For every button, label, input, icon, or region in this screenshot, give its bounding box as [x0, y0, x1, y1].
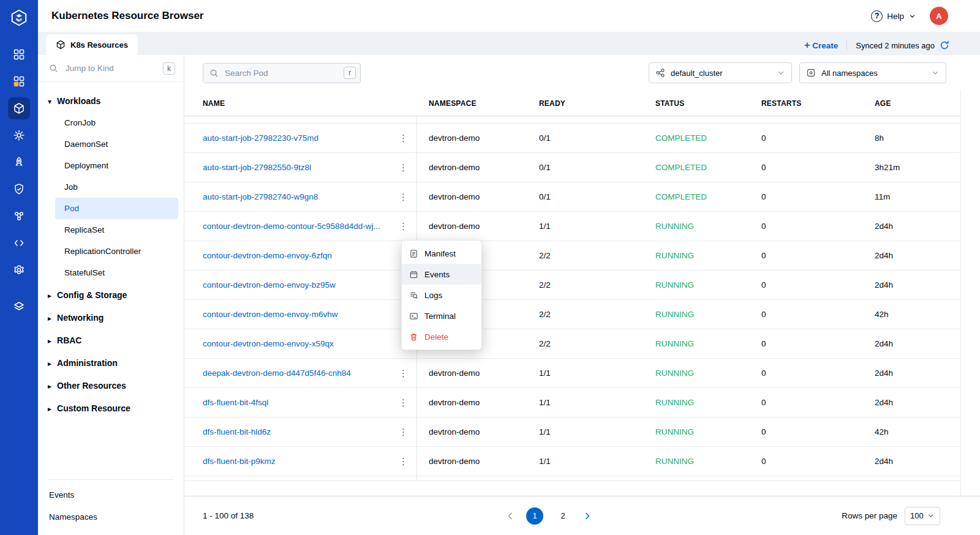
dashboard-grid-icon[interactable] — [8, 43, 30, 65]
left-nav-rail — [0, 0, 38, 535]
group-rbac[interactable]: RBAC — [38, 329, 184, 351]
scope-selectors: default_cluster All namespaces — [649, 62, 946, 83]
pager: 1 2 — [505, 507, 592, 525]
pod-name-link[interactable]: contour-devtron-demo-contour-5c9588d4dd-… — [203, 222, 380, 231]
jump-to-kind-input[interactable] — [64, 63, 157, 73]
kind-item-daemonset[interactable]: DaemonSet — [55, 133, 178, 155]
row-kebab-menu-icon[interactable] — [395, 368, 412, 379]
kind-item-replicaset[interactable]: ReplicaSet — [55, 219, 178, 241]
pod-name-link[interactable]: contour-devtron-demo-envoy-x59qx — [203, 339, 334, 348]
row-kebab-menu-icon[interactable] — [395, 162, 412, 173]
prev-page-chevron-icon[interactable] — [505, 511, 515, 521]
pod-name-link[interactable]: dfs-fluent-bit-p9kmz — [203, 457, 276, 466]
pod-name-link[interactable]: deepak-devtron-demo-d447d5f46-cnh84 — [203, 369, 351, 378]
pod-name-link[interactable]: auto-start-job-27982740-w9gn8 — [203, 192, 318, 201]
cell-age: 42h — [863, 310, 960, 319]
create-button[interactable]: Create — [804, 40, 838, 50]
deploy-rocket-icon[interactable] — [8, 151, 30, 173]
app-group-icon[interactable] — [8, 205, 30, 227]
cell-name: contour-devtron-demo-envoy-6zfqn — [203, 241, 417, 270]
menu-item-events[interactable]: Events — [402, 264, 481, 285]
column-header-status[interactable]: STATUS — [644, 99, 750, 108]
menu-item-delete[interactable]: Delete — [402, 326, 481, 347]
row-kebab-menu-icon[interactable] — [395, 397, 412, 408]
row-kebab-menu-icon[interactable] — [395, 133, 412, 144]
namespace-select[interactable]: All namespaces — [799, 62, 946, 83]
cell-restarts: 0 — [750, 457, 863, 466]
kind-item-job[interactable]: Job — [55, 176, 178, 198]
group-other-resources[interactable]: Other Resources — [38, 374, 184, 397]
tab-k8s-resources[interactable]: K8s Resources — [46, 34, 138, 55]
row-kebab-menu-icon[interactable] — [395, 192, 412, 203]
rows-per-page-select[interactable]: 100 — [905, 507, 940, 525]
resource-browser-icon[interactable] — [8, 97, 30, 119]
pod-name-link[interactable]: auto-start-job-27982550-9tz8l — [203, 163, 311, 172]
column-header-namespace[interactable]: NAMESPACE — [417, 99, 527, 108]
global-config-gear-icon[interactable] — [8, 259, 30, 281]
sidebar-item-events[interactable]: Events — [38, 484, 184, 506]
cell-ready: 2/2 — [527, 251, 644, 260]
applications-icon[interactable] — [8, 70, 30, 92]
security-shield-icon[interactable] — [8, 178, 30, 200]
group-workloads-label: Workloads — [57, 96, 100, 106]
cell-status: RUNNING — [644, 457, 750, 466]
table-row: contour-devtron-demo-contour-5c9588d4dd-… — [184, 212, 960, 241]
menu-item-label: Manifest — [424, 249, 456, 258]
column-header-ready[interactable]: READY — [527, 99, 644, 108]
column-header-restarts[interactable]: RESTARTS — [750, 99, 863, 108]
row-kebab-menu-icon[interactable] — [395, 427, 412, 438]
kind-item-pod[interactable]: Pod — [55, 198, 178, 219]
sidebar-item-namespaces[interactable]: Namespaces — [38, 506, 184, 528]
pod-name-link[interactable]: contour-devtron-demo-envoy-bz95w — [203, 280, 336, 290]
cell-ready: 2/2 — [527, 339, 644, 348]
cell-status: RUNNING — [644, 427, 750, 436]
row-kebab-menu-icon[interactable] — [395, 456, 412, 467]
group-config-storage[interactable]: Config & Storage — [38, 283, 184, 306]
group-networking[interactable]: Networking — [38, 306, 184, 329]
code-icon[interactable] — [8, 232, 30, 254]
menu-item-terminal[interactable]: Terminal — [402, 305, 481, 326]
cell-age: 2d4h — [863, 457, 960, 466]
group-workloads[interactable]: Workloads — [38, 89, 184, 112]
help-menu[interactable]: ? Help — [871, 10, 916, 22]
menu-item-manifest[interactable]: Manifest — [402, 243, 481, 264]
group-custom-resource[interactable]: Custom Resource — [38, 397, 184, 419]
search-pod-input[interactable] — [224, 68, 339, 78]
next-page-chevron-icon[interactable] — [582, 511, 592, 521]
search-icon — [49, 64, 58, 73]
kind-item-statefulset[interactable]: StatefulSet — [55, 262, 178, 283]
table-row: contour-devtron-demo-envoy-x59qx devtron… — [184, 329, 960, 359]
group-other-resources-label: Other Resources — [57, 381, 126, 391]
cell-namespace: devtron-demo — [417, 133, 527, 143]
pod-name-link[interactable]: dfs-fluent-bit-4fsql — [203, 398, 268, 407]
kind-item-cronjob[interactable]: CronJob — [55, 112, 178, 133]
column-header-name[interactable]: NAME — [203, 99, 417, 108]
content-area: k Workloads CronJob DaemonSet Deployment… — [38, 55, 980, 535]
page-title: Kubernetes Resource Browser — [51, 10, 203, 22]
avatar[interactable]: A — [930, 7, 948, 25]
devtron-logo[interactable] — [10, 9, 28, 29]
refresh-icon[interactable] — [940, 40, 949, 50]
menu-item-logs[interactable]: Logs — [402, 285, 481, 305]
row-kebab-menu-icon[interactable] — [395, 221, 412, 232]
pod-name-link[interactable]: contour-devtron-demo-envoy-6zfqn — [203, 251, 332, 260]
main-column: Kubernetes Resource Browser ? Help A K8s… — [38, 0, 980, 535]
stack-layers-icon[interactable] — [8, 296, 30, 318]
column-header-age[interactable]: AGE — [863, 99, 960, 108]
pod-name-link[interactable]: contour-devtron-demo-envoy-m6vhw — [203, 310, 338, 319]
clusters-gear-icon[interactable] — [8, 124, 30, 146]
jump-to-kind-search[interactable]: k — [38, 55, 184, 82]
cluster-select[interactable]: default_cluster — [649, 62, 792, 83]
help-label: Help — [887, 12, 904, 21]
cell-namespace: devtron-demo — [417, 163, 527, 172]
page-button-1[interactable]: 1 — [526, 507, 543, 525]
page-button-2[interactable]: 2 — [554, 507, 571, 525]
pod-name-link[interactable]: dfs-fluent-bit-hld6z — [203, 427, 271, 436]
search-pod-box[interactable]: r — [203, 63, 361, 83]
top-header: Kubernetes Resource Browser ? Help A — [38, 0, 980, 32]
group-administration[interactable]: Administration — [38, 351, 184, 374]
cell-name: dfs-fluent-bit-p9kmz — [203, 447, 417, 476]
kind-item-deployment[interactable]: Deployment — [55, 155, 178, 176]
pod-name-link[interactable]: auto-start-job-27982230-v75md — [203, 133, 318, 143]
kind-item-replicationcontroller[interactable]: ReplicationController — [55, 241, 178, 262]
